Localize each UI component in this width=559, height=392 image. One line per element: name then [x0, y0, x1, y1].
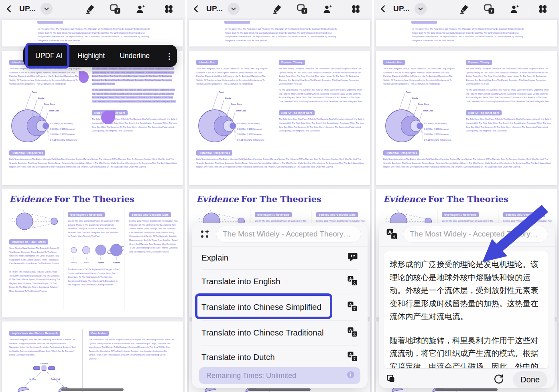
svg-text:F: F [396, 210, 398, 212]
ai-query-input[interactable]: The Most Widely - Accepted Theory… [216, 226, 361, 242]
doc-paragraph: The Solid Inner Core Also Plays A Role I… [466, 117, 552, 133]
context-menu-more-icon[interactable]: ⋮ [165, 51, 173, 61]
regenerate-icon[interactable] [493, 374, 504, 386]
panel-context-menu: At The Same Time, The Atmosphere Will Al… [0, 0, 185, 392]
svg-text:Crust: Crust [32, 91, 37, 93]
section-heading-badge: Seismic And Geodetic Data [503, 212, 545, 217]
doc-paragraph: As The Earth Rotates, The Coriolis Force… [92, 88, 178, 103]
translated-paragraph: 球形成的广泛接受的理论是发电机理论。该理论的核心是地球外核中熔融铁和镍的运动。外… [390, 258, 543, 323]
translate-icon: A文 [347, 351, 358, 364]
svg-text:800 Miles (1,300 Kilometers): 800 Miles (1,300 Kilometers) [424, 123, 447, 125]
section-heading-badge: Geomagnetic Reversals [442, 212, 479, 217]
doc-paragraph: In Theory, This Friction Could, To Some … [9, 270, 61, 293]
back-chevron-icon[interactable] [379, 4, 388, 13]
section-heading-badge: Dynamo Theory [279, 60, 305, 65]
selection-handle-start[interactable] [79, 71, 89, 83]
apps-grid-icon[interactable] [344, 4, 367, 14]
svg-text:Mantle: Mantle [225, 97, 232, 99]
pdf-page-evidence: EvidenceFor The TheoriesFFFFFFInfluence … [2, 189, 183, 317]
translate-icon: A文 [347, 301, 358, 313]
app-toolbar: UP... T [187, 0, 372, 18]
svg-text:F: F [198, 218, 200, 220]
share-collaborate-icon[interactable] [128, 4, 153, 14]
context-menu: UPDF AI Highlight Underline ⋮ [23, 45, 177, 67]
section-heading-badge: Role Of The Inner Core [279, 110, 315, 115]
svg-text:0 To 25 Miles (0 To 40 Kilomet: 0 To 25 Miles (0 To 40 Kilometers) [424, 139, 451, 141]
menu-item-translate-chinese-simplified[interactable]: Translate into Chinese Simplified A文 [192, 295, 368, 319]
apps-grid-icon[interactable] [531, 4, 554, 14]
edit-text-icon[interactable]: T [477, 4, 502, 14]
satellite-link-diagram: SatelliteUp LinkDown Link [9, 361, 79, 392]
menu-item-explain[interactable]: Explain [192, 246, 368, 269]
highlighter-icon[interactable] [451, 4, 477, 14]
doc-paragraph: One Of The Most Compelling Pieces Of Evi… [68, 219, 120, 238]
svg-text:Mars: Mars [84, 261, 89, 264]
selection-handle-end[interactable] [101, 111, 115, 124]
svg-text:Outer Core: Outer Core [418, 103, 429, 105]
highlighter-icon[interactable] [77, 4, 103, 14]
svg-text:F: F [385, 218, 387, 220]
copy-icon[interactable] [386, 374, 396, 385]
doc-paragraph: At The Same Time, The Atmosphere Will Al… [225, 27, 342, 42]
context-menu-item-underline[interactable]: Underline [120, 52, 150, 60]
share-collaborate-icon[interactable] [315, 4, 340, 14]
back-chevron-icon[interactable] [192, 4, 201, 13]
section-heading-badge: Geomagnetic Reversals [68, 212, 105, 217]
share-collaborate-icon[interactable] [502, 4, 527, 14]
context-menu-item-updf-ai[interactable]: UPDF AI [35, 52, 63, 60]
translated-paragraph: 随着地球的旋转，科里奥利力作用于这些对流流动，将它们组织成产生流的模式。根据安培… [390, 334, 543, 369]
expand-chevron-button[interactable] [228, 3, 240, 15]
expand-chevron-button[interactable] [41, 3, 53, 15]
earth-layers-diagram: CrustMantleOuter CoreInner Core800 Miles… [196, 89, 273, 145]
doc-paragraph: The Most Widely - Accepted Theory For Th… [279, 67, 365, 86]
apps-grid-icon[interactable] [157, 4, 180, 14]
section-heading-badge [224, 21, 250, 24]
expand-chevron-button[interactable] [415, 3, 427, 15]
doc-paragraph: The Earth's Magnetic Field, A Crucial Fe… [196, 67, 269, 86]
done-button[interactable]: Done [513, 371, 547, 388]
pdf-page-formation: IntroductionThe Earth's Magnetic Field, … [2, 51, 183, 185]
context-menu-item-highlight[interactable]: Highlight [77, 52, 105, 60]
horizontal-scrollbar[interactable] [435, 388, 498, 391]
doc-paragraph: Early Speculations About The Earth's Mag… [196, 158, 366, 169]
info-icon[interactable] [347, 371, 355, 380]
menu-item-translate-english[interactable]: Translate into English A文 [192, 270, 368, 293]
app-toolbar: UP... T [374, 0, 559, 18]
horizontal-scrollbar[interactable] [61, 388, 124, 391]
svg-text:Outer Core: Outer Core [231, 103, 242, 105]
svg-text:F: F [31, 214, 33, 216]
doc-paragraph: The Solid Inner Core Also Plays A Role I… [279, 117, 365, 133]
svg-text:文: 文 [353, 281, 356, 285]
translation-output: 球形成的广泛接受的理论是发电机理论。该理论的核心是地球外核中熔融铁和镍的运动。外… [384, 251, 549, 369]
edit-text-icon[interactable]: T [103, 4, 128, 14]
document-title: UP... [206, 4, 223, 13]
translate-query-input[interactable]: The Most Widely - Accepted Theory… [403, 226, 548, 242]
horizontal-scrollbar[interactable] [248, 388, 311, 391]
edit-text-icon[interactable]: T [290, 4, 315, 14]
svg-text:Venus: Venus [71, 261, 77, 264]
menu-item-translate-chinese-traditional[interactable]: Translate into Chinese Traditional A文 [192, 321, 368, 344]
doc-paragraph: Early Speculations About The Earth's Mag… [9, 158, 179, 169]
menu-item-translate-dutch[interactable]: Translate into Dutch A文 [192, 346, 368, 369]
svg-text:Saturn: Saturn [113, 261, 120, 264]
doc-paragraph: At The Same Time, The Atmosphere Will Al… [38, 27, 155, 42]
toolbar-divider [342, 4, 342, 13]
svg-text:Satellite: Satellite [40, 362, 48, 365]
app-toolbar: UP... T [0, 0, 185, 18]
toolbar-divider [155, 4, 155, 13]
evidence-title: EvidenceFor The Theories [196, 194, 321, 204]
svg-text:文: 文 [353, 357, 356, 361]
svg-text:F: F [11, 218, 13, 220]
svg-text:F: F [224, 218, 226, 220]
svg-text:0 To 25 Miles (0 To 40 Kilomet: 0 To 25 Miles (0 To 40 Kilometers) [237, 139, 264, 141]
earth-layers-diagram: CrustMantleOuter CoreInner Core800 Miles… [383, 89, 460, 145]
tidal-forces-diagram: FFFFFF [9, 209, 61, 232]
updf-ai-sparkle-icon [199, 228, 211, 240]
pdf-page-formation: IntroductionThe Earth's Magnetic Field, … [189, 51, 370, 185]
highlighter-icon[interactable] [264, 4, 290, 14]
panel-ai-menu: At The Same Time, The Atmosphere Will Al… [187, 0, 372, 392]
svg-text:Outer Core: Outer Core [44, 103, 55, 105]
translate-icon: A文 [347, 327, 358, 339]
back-chevron-icon[interactable] [5, 4, 14, 13]
svg-text:Inner Core: Inner Core [49, 109, 59, 112]
